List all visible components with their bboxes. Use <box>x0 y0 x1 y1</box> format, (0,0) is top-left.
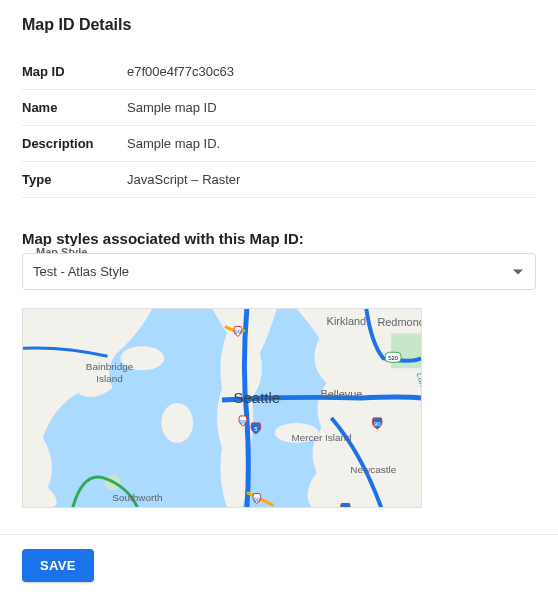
styles-heading: Map styles associated with this Map ID: <box>22 230 536 247</box>
table-row: Type JavaScript – Raster <box>22 162 536 198</box>
svg-text:99: 99 <box>235 329 242 335</box>
svg-rect-4 <box>391 333 421 368</box>
table-row: Description Sample map ID. <box>22 126 536 162</box>
select-value: Test - Atlas Style <box>33 264 129 279</box>
details-table: Map ID e7f00e4f77c30c63 Name Sample map … <box>22 54 536 198</box>
detail-value-mapid: e7f00e4f77c30c63 <box>127 54 536 90</box>
svg-text:99: 99 <box>240 419 247 425</box>
svg-text:Bainbridge: Bainbridge <box>86 361 134 372</box>
svg-point-2 <box>161 403 193 443</box>
detail-value-description: Sample map ID. <box>127 126 536 162</box>
save-button[interactable]: SAVE <box>22 549 94 582</box>
detail-label-description: Description <box>22 126 127 162</box>
page-title: Map ID Details <box>22 16 536 34</box>
svg-text:Bellevue: Bellevue <box>320 388 362 400</box>
svg-text:Newcastle: Newcastle <box>350 464 396 475</box>
table-row: Map ID e7f00e4f77c30c63 <box>22 54 536 90</box>
chevron-down-icon <box>513 269 523 274</box>
detail-label-name: Name <box>22 90 127 126</box>
map-style-select[interactable]: Test - Atlas Style <box>22 253 536 290</box>
svg-text:Kirkland: Kirkland <box>327 315 367 327</box>
svg-text:90: 90 <box>374 421 381 427</box>
detail-label-type: Type <box>22 162 127 198</box>
svg-text:Southworth: Southworth <box>112 492 162 503</box>
detail-value-type: JavaScript – Raster <box>127 162 536 198</box>
map-preview: 99 99 99 5 90 520 <box>22 308 422 508</box>
table-row: Name Sample map ID <box>22 90 536 126</box>
svg-text:99: 99 <box>254 497 261 503</box>
svg-text:Seattle: Seattle <box>234 389 280 406</box>
detail-value-name: Sample map ID <box>127 90 536 126</box>
svg-text:Island: Island <box>96 373 123 384</box>
svg-text:520: 520 <box>388 355 399 361</box>
footer-bar: SAVE <box>0 534 558 596</box>
svg-text:Mercer Island: Mercer Island <box>291 432 351 443</box>
detail-label-mapid: Map ID <box>22 54 127 90</box>
svg-text:Redmond: Redmond <box>377 316 421 328</box>
